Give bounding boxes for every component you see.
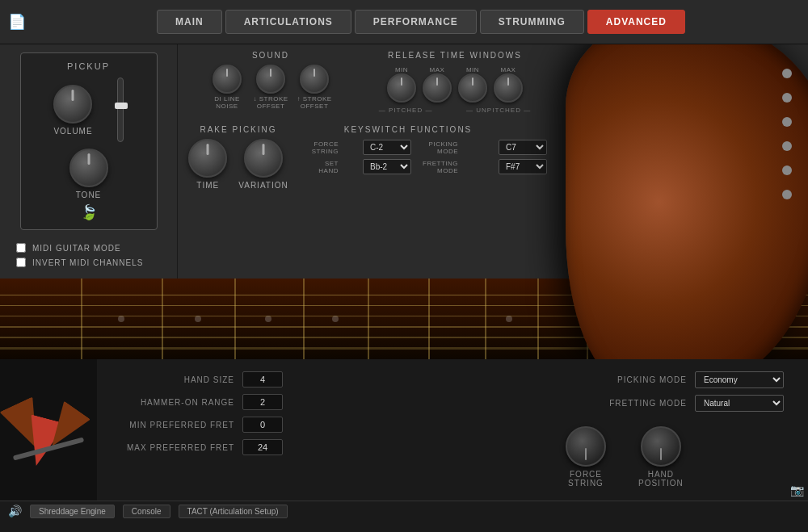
hammer-on-input[interactable] — [242, 394, 283, 410]
force-string-label: FORCE STRING — [303, 140, 339, 155]
di-line-noise-col: DI LINE NOISE — [209, 65, 245, 110]
stroke-up-col: ↑ STROKE OFFSET — [297, 65, 332, 110]
di-line-noise-knob[interactable] — [213, 65, 242, 94]
volume-knob-container: VOLUME — [53, 85, 92, 136]
fret-2 — [162, 279, 163, 359]
sound-section: SOUND DI LINE NOISE ↓ STROKE OFFSET ↑ ST… — [186, 51, 356, 110]
sound-knobs-row: DI LINE NOISE ↓ STROKE OFFSET ↑ STROKE O… — [186, 65, 356, 110]
release-min1-knob[interactable] — [387, 73, 416, 103]
di-line-noise-label: DI LINE NOISE — [209, 95, 245, 110]
release-max1-knob[interactable] — [423, 73, 452, 103]
force-string-select[interactable]: C-2 — [363, 140, 411, 155]
tab-performance[interactable]: PERFORMANCE — [355, 10, 477, 34]
fret-1 — [81, 279, 82, 359]
tone-knob[interactable] — [69, 149, 108, 187]
picking-mode-label: PICKING MODE — [566, 375, 687, 384]
pickup-box: PICKUP VOLUME TONE 🍃 — [20, 52, 158, 230]
slider-thumb — [115, 103, 128, 109]
status-tab-tact[interactable]: TACT (Articulation Setup) — [179, 505, 288, 518]
release-max2-label: MAX — [501, 66, 516, 73]
stroke-up-knob[interactable] — [300, 65, 329, 94]
force-string-knob[interactable] — [566, 426, 606, 467]
rake-variation-knob[interactable] — [244, 139, 283, 178]
hand-size-row: HAND SIZE — [113, 371, 533, 387]
guitar-body-area — [525, 44, 808, 359]
rake-time-label: TIME — [196, 181, 219, 190]
status-tab-engine[interactable]: Shreddage Engine — [30, 505, 115, 518]
main-content: PICKUP VOLUME TONE 🍃 MIDI GUITAR — [0, 44, 808, 359]
tab-advanced[interactable]: ADVANCED — [587, 10, 685, 34]
rake-time-knob[interactable] — [188, 139, 227, 178]
peg-2 — [782, 93, 792, 103]
fret-dot-2 — [195, 316, 201, 322]
rake-time-col: TIME — [188, 139, 227, 190]
release-max2-knob[interactable] — [494, 73, 523, 103]
hand-size-label: HAND SIZE — [113, 375, 234, 384]
bottom-left-controls: HAND SIZE HAMMER-ON RANGE MIN PREFERRED … — [97, 359, 549, 501]
release-knobs: MIN MAX MIN MAX — [362, 65, 548, 103]
release-min2-knob[interactable] — [458, 73, 487, 103]
fretting-mode-label: FRETTING MODE — [566, 399, 687, 408]
fretting-mode-select[interactable]: Natural Economy Alternate — [695, 395, 784, 412]
fret-dot-4 — [332, 316, 339, 322]
picking-mode-ks-label: PICKING MODE — [423, 140, 458, 155]
release-min1-group: MIN — [387, 65, 416, 103]
speaker-icon: 🔊 — [8, 505, 22, 517]
midi-guitar-mode-label: MIDI GUITAR MODE — [32, 244, 121, 253]
rake-picking-knobs: TIME VARIATION — [186, 139, 291, 190]
status-tab-console[interactable]: Console — [123, 505, 170, 518]
keyswitch-section: KEYSWITCH FUNCTIONS FORCE STRING C-2 PIC… — [303, 125, 513, 174]
release-min1-label: MIN — [395, 66, 408, 73]
fret-5 — [368, 279, 369, 359]
peg-5 — [782, 165, 792, 175]
tab-articulations[interactable]: ARTICULATIONS — [225, 10, 351, 34]
fret-7 — [485, 279, 486, 359]
release-min2-group: MIN — [458, 65, 487, 103]
status-bar: 🔊 Shreddage Engine Console TACT (Articul… — [0, 501, 808, 521]
keyswitch-title: KEYSWITCH FUNCTIONS — [303, 125, 513, 134]
peg-6 — [782, 190, 792, 199]
hand-position-knob-label: HANDPOSITION — [638, 470, 684, 488]
fretting-mode-row: FRETTING MODE Natural Economy Alternate — [566, 395, 792, 412]
rake-picking-title: RAKE PICKING — [186, 125, 291, 134]
invert-midi-channels-checkbox[interactable] — [16, 258, 26, 267]
document-icon: 📄 — [8, 13, 26, 31]
min-fret-input[interactable] — [242, 417, 283, 433]
picking-mode-select[interactable]: Economy Natural Alternate Sweep — [695, 371, 784, 388]
fret-6 — [428, 279, 430, 359]
fret-dot-3 — [265, 316, 271, 322]
top-bar: 📄 MAIN ARTICULATIONS PERFORMANCE STRUMMI… — [0, 0, 808, 44]
set-hand-label: SET HAND — [303, 160, 339, 174]
peg-4 — [782, 141, 792, 151]
tone-knob-container: TONE — [69, 149, 108, 199]
tab-strumming[interactable]: STRUMMING — [480, 10, 584, 34]
hand-position-knob[interactable] — [641, 426, 681, 467]
max-fret-label: MAX PREFERRED FRET — [113, 443, 234, 452]
volume-label: VOLUME — [53, 127, 92, 136]
leaf-icon: 🍃 — [80, 203, 98, 221]
stroke-down-label: ↓ STROKE OFFSET — [253, 95, 288, 110]
tab-main[interactable]: MAIN — [157, 10, 222, 34]
hand-position-knob-group: HANDPOSITION — [638, 426, 684, 488]
min-fret-row: MIN PREFERRED FRET — [113, 417, 533, 433]
max-fret-input[interactable] — [242, 439, 283, 455]
force-string-knob-group: FORCESTRING — [566, 426, 606, 488]
hand-size-input[interactable] — [242, 371, 283, 387]
camera-icon[interactable]: 📷 — [790, 484, 804, 496]
release-max1-label: MAX — [430, 66, 445, 73]
bottom-section: HAND SIZE HAMMER-ON RANGE MIN PREFERRED … — [0, 359, 808, 501]
invert-midi-channels-label: INVERT MIDI CHANNELS — [32, 258, 143, 267]
release-max2-group: MAX — [494, 65, 523, 103]
unpitched-label: — UNPITCHED — — [466, 107, 531, 114]
midi-guitar-mode-checkbox[interactable] — [16, 243, 26, 253]
pickup-slider[interactable] — [117, 77, 124, 142]
stroke-down-knob[interactable] — [256, 65, 285, 94]
bottom-middle-controls: PICKING MODE Economy Natural Alternate S… — [549, 359, 808, 501]
peg-1 — [782, 69, 792, 78]
sound-title: SOUND — [186, 51, 356, 60]
volume-knob[interactable] — [53, 85, 92, 124]
tuning-pegs — [782, 69, 792, 199]
force-string-knob-label: FORCESTRING — [568, 470, 604, 488]
set-hand-select[interactable]: Bb-2 — [363, 159, 411, 174]
picks-decorative-area — [0, 359, 97, 501]
